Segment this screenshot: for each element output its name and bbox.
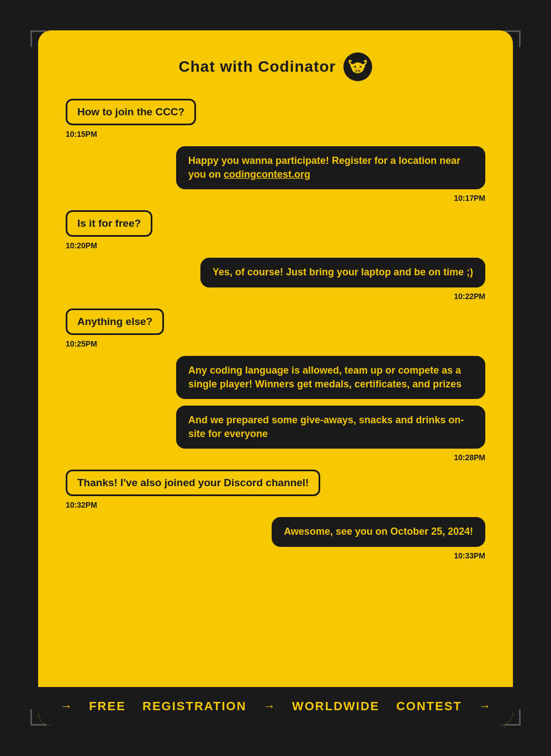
link-codingcontest[interactable]: codingcontest.org [224, 169, 310, 180]
bubble-user-1-text: How to join the CCC? [77, 106, 184, 118]
ticker-arrow-3: → [479, 699, 491, 714]
svg-point-5 [360, 66, 362, 68]
bubble-user-1: How to join the CCC? [66, 99, 196, 125]
msg-bot-1: Happy you wanna participate! Register fo… [66, 146, 485, 189]
svg-point-3 [359, 70, 360, 71]
bubble-user-2: Is it for free? [66, 210, 152, 237]
msg-bot-2: Yes, of course! Just bring your laptop a… [66, 258, 485, 287]
msg-bot-4: And we prepared some give-aways, snacks … [66, 406, 485, 449]
msg-user-1: How to join the CCC? [66, 99, 485, 125]
codinator-avatar [343, 52, 372, 81]
chat-card: Chat with Codinator [38, 30, 513, 726]
ticker-registration: REGISTRATION [142, 699, 247, 714]
svg-point-4 [354, 66, 357, 68]
page-wrapper: Chat with Codinator [0, 0, 551, 756]
timestamp-3: 10:20PM [66, 241, 97, 250]
bubble-bot-5: Awesome, see you on October 25, 2024! [272, 517, 485, 546]
bull-icon [348, 57, 368, 77]
chat-title: Chat with Codinator [179, 58, 336, 76]
bubble-bot-3: Any coding language is allowed, team up … [176, 356, 485, 399]
ticker-free: FREE [89, 699, 126, 714]
ticker-arrow-1: → [60, 699, 72, 714]
timestamp-2: 10:17PM [454, 194, 485, 203]
chat-area: Chat with Codinator [38, 30, 513, 687]
ticker-worldwide: WORLDWIDE [292, 699, 380, 714]
ticker-arrow-2: → [263, 699, 276, 714]
bubble-bot-5-text: Awesome, see you on October 25, 2024! [284, 526, 473, 537]
ticker-contest: CONTEST [396, 699, 462, 714]
chat-header: Chat with Codinator [66, 52, 485, 81]
timestamp-7: 10:32PM [66, 501, 97, 509]
bubble-bot-1: Happy you wanna participate! Register fo… [176, 146, 485, 189]
msg-user-2: Is it for free? [66, 210, 485, 237]
bubble-bot-4-text: And we prepared some give-aways, snacks … [188, 414, 464, 439]
msg-bot-5: Awesome, see you on October 25, 2024! [66, 517, 485, 546]
footer-ticker: → FREE REGISTRATION → WORLDWIDE CONTEST … [38, 687, 513, 726]
svg-point-1 [354, 68, 361, 73]
bubble-bot-3-text: Any coding language is allowed, team up … [188, 365, 462, 390]
timestamp-6: 10:28PM [454, 453, 485, 462]
bubble-user-4-text: Thanks! I've also joined your Discord ch… [77, 477, 309, 488]
bubble-user-4: Thanks! I've also joined your Discord ch… [66, 470, 320, 496]
timestamp-4: 10:22PM [454, 292, 485, 301]
msg-user-3: Anything else? [66, 308, 485, 335]
timestamp-5: 10:25PM [66, 339, 97, 348]
bubble-user-3: Anything else? [66, 308, 164, 335]
timestamp-8: 10:33PM [454, 551, 485, 560]
svg-point-2 [356, 70, 357, 71]
msg-user-4: Thanks! I've also joined your Discord ch… [66, 470, 485, 496]
bubble-bot-2-text: Yes, of course! Just bring your laptop a… [213, 267, 473, 278]
bubble-user-3-text: Anything else? [77, 316, 152, 327]
ticker-content: → FREE REGISTRATION → WORLDWIDE CONTEST … [60, 699, 491, 714]
bubble-bot-2: Yes, of course! Just bring your laptop a… [200, 258, 485, 287]
timestamp-1: 10:15PM [66, 130, 97, 139]
bubble-user-2-text: Is it for free? [77, 217, 141, 229]
bubble-bot-4: And we prepared some give-aways, snacks … [176, 406, 485, 449]
msg-bot-3: Any coding language is allowed, team up … [66, 356, 485, 399]
